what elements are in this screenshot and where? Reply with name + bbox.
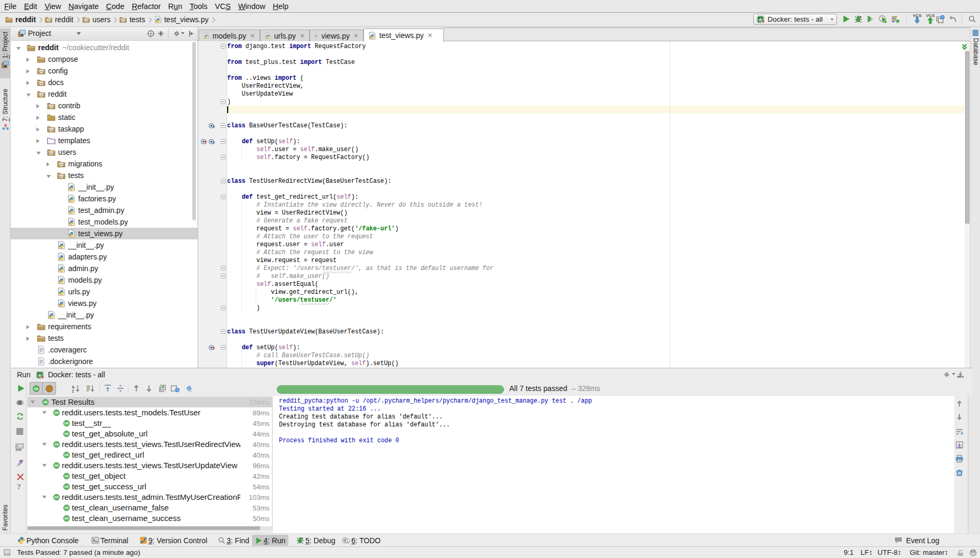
svg-text:z: z (72, 388, 74, 393)
